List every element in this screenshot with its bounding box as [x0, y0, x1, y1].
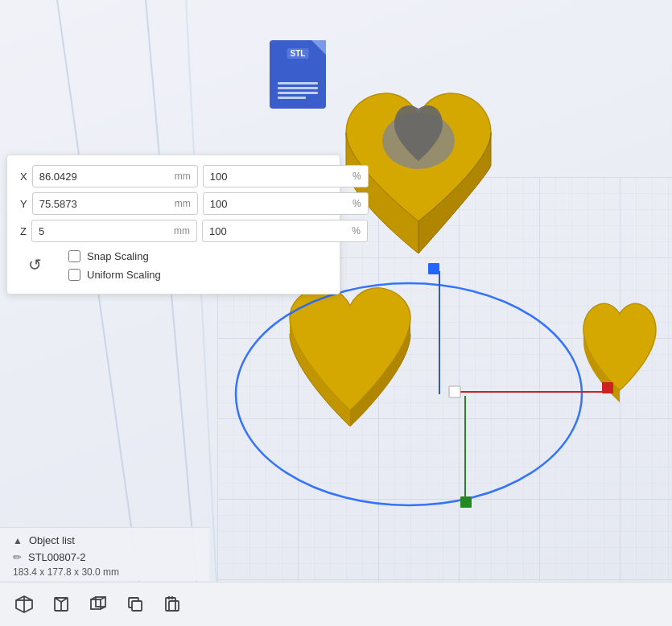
x-mm-input-group[interactable]: mm: [32, 165, 198, 187]
edit-icon: ✏: [13, 551, 22, 563]
y-mm-unit: mm: [175, 198, 191, 209]
z-pct-input[interactable]: [209, 225, 344, 237]
uniform-scaling-checkbox[interactable]: [68, 269, 80, 281]
x-axis-label: X: [20, 171, 27, 183]
y-mm-input[interactable]: [39, 198, 175, 210]
svg-rect-21: [166, 598, 175, 611]
z-mm-input[interactable]: [39, 225, 174, 237]
y-row: Y mm %: [20, 192, 327, 215]
z-pct-input-group[interactable]: %: [202, 220, 368, 242]
object-list-title: Object list: [29, 534, 75, 546]
x-pct-input-group[interactable]: %: [203, 165, 369, 187]
stl-label: STL: [287, 48, 309, 59]
chevron-up-icon: ▲: [13, 535, 23, 546]
snap-scaling-row: Snap Scaling: [68, 250, 161, 262]
uniform-scaling-row: Uniform Scaling: [68, 269, 161, 281]
y-pct-unit: %: [345, 198, 361, 209]
solid-cube-icon[interactable]: [87, 593, 109, 616]
x-pct-unit: %: [345, 171, 361, 182]
control-panel: X mm % Y mm % Z: [6, 154, 340, 294]
uniform-scaling-label[interactable]: Uniform Scaling: [87, 269, 161, 281]
y-axis-label: Y: [20, 198, 27, 210]
open-cube-icon[interactable]: [50, 593, 72, 616]
3d-cube-icon[interactable]: [13, 593, 35, 616]
svg-rect-22: [169, 601, 179, 611]
object-list-section: ▲ Object list ✏ STL00807-2 183.4 x 177.8…: [0, 527, 209, 581]
y-pct-input[interactable]: [210, 198, 345, 210]
y-mm-input-group[interactable]: mm: [32, 192, 198, 215]
y-pct-input-group[interactable]: %: [203, 192, 369, 215]
viewport: STL: [0, 0, 672, 626]
object-name: STL00807-2: [28, 551, 86, 563]
x-row: X mm %: [20, 165, 327, 187]
options-row: ↺ Snap Scaling Uniform Scaling: [20, 250, 327, 281]
z-pct-unit: %: [344, 225, 361, 237]
svg-rect-20: [132, 601, 142, 611]
paste-icon[interactable]: [161, 593, 183, 616]
reset-icon: ↺: [28, 255, 42, 274]
x-pct-input[interactable]: [210, 171, 345, 183]
x-mm-unit: mm: [175, 171, 191, 182]
z-mm-unit: mm: [174, 225, 190, 237]
z-row: Z mm %: [20, 220, 327, 242]
z-axis-label: Z: [20, 225, 27, 237]
checkboxes-container: Snap Scaling Uniform Scaling: [68, 250, 161, 281]
snap-scaling-checkbox[interactable]: [68, 250, 80, 262]
stl-file-icon: STL: [266, 40, 330, 113]
toolbar-icons: [13, 593, 183, 616]
bottom-toolbar: [0, 582, 672, 626]
object-item: ✏ STL00807-2: [13, 550, 196, 565]
z-mm-input-group[interactable]: mm: [31, 220, 197, 242]
object-dimensions: 183.4 x 177.8 x 30.0 mm: [13, 566, 196, 578]
copy-icon[interactable]: [124, 593, 146, 616]
svg-point-2: [382, 113, 455, 169]
object-list-header: ▲ Object list: [13, 534, 196, 546]
reset-button[interactable]: ↺: [20, 250, 49, 279]
snap-scaling-label[interactable]: Snap Scaling: [87, 250, 149, 262]
x-mm-input[interactable]: [39, 171, 175, 183]
